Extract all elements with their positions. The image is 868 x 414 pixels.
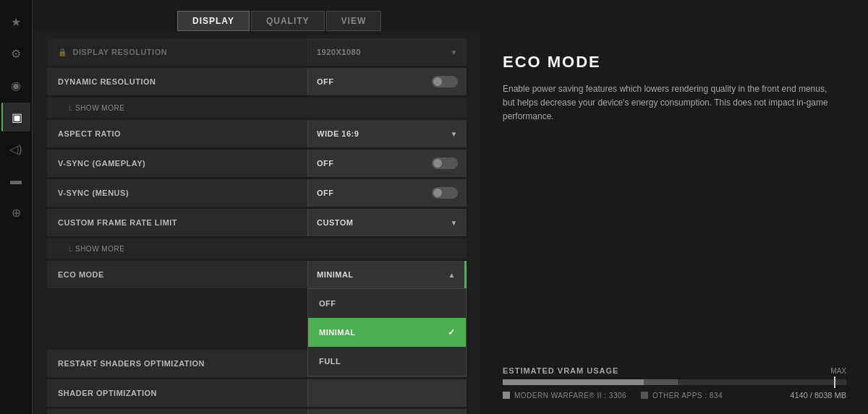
- main-content: DISPLAY QUALITY VIEW 🔒 DISPLAY RESOLUTIO…: [33, 0, 868, 414]
- dynamic-resolution-toggle[interactable]: [432, 76, 458, 87]
- eco-option-minimal[interactable]: MINIMAL ✓: [308, 318, 466, 347]
- vram-bar-other: [644, 379, 678, 385]
- eco-mode-label: ECO MODE: [47, 270, 307, 279]
- aspect-ratio-chevron: ▼: [451, 130, 458, 138]
- eco-mode-value[interactable]: MINIMAL ▲: [307, 261, 467, 288]
- display-resolution-label: 🔒 DISPLAY RESOLUTION: [47, 48, 307, 56]
- sidebar-item-favorites[interactable]: ★: [1, 7, 30, 36]
- vram-total: 4140 / 8038 MB: [790, 391, 846, 400]
- screen-icon: ▬: [10, 174, 22, 187]
- tab-bar: DISPLAY QUALITY VIEW: [33, 0, 868, 31]
- info-panel: ECO MODE Enable power saving features wh…: [481, 31, 868, 355]
- vsync-gameplay-value[interactable]: OFF: [307, 150, 467, 177]
- gear-icon: ⚙: [11, 47, 21, 61]
- sidebar: ★ ⚙ ◉ ▣ ◁) ▬ ⊕: [0, 0, 33, 414]
- eco-option-off[interactable]: OFF: [308, 289, 466, 318]
- show-more-1-row: SHOW MORE: [47, 98, 467, 118]
- dynamic-resolution-label: DYNAMIC RESOLUTION: [47, 77, 307, 86]
- show-more-2-label[interactable]: SHOW MORE: [69, 245, 124, 253]
- eco-option-full[interactable]: FULL: [308, 347, 466, 376]
- vram-header: ESTIMATED VRAM USAGE MAX: [503, 366, 846, 375]
- lock-icon: 🔒: [58, 48, 67, 56]
- tab-display[interactable]: DISPLAY: [177, 11, 250, 31]
- vsync-gameplay-row: V-SYNC (GAMEPLAY) OFF: [47, 150, 467, 177]
- custom-frame-rate-row: CUSTOM FRAME RATE LIMIT CUSTOM ▼: [47, 209, 467, 236]
- display-gamma-value[interactable]: [307, 409, 467, 414]
- sidebar-item-screen[interactable]: ▬: [1, 166, 30, 195]
- audio-icon: ◁): [9, 142, 22, 156]
- vram-bar: [503, 379, 846, 385]
- sidebar-item-network[interactable]: ⊕: [1, 198, 30, 227]
- dynamic-resolution-row: DYNAMIC RESOLUTION OFF: [47, 68, 467, 95]
- vsync-gameplay-label: V-SYNC (GAMEPLAY): [47, 159, 307, 168]
- checkmark-icon: ✓: [448, 327, 456, 337]
- vsync-menus-label: V-SYNC (MENUS): [47, 189, 307, 197]
- vsync-menus-toggle[interactable]: [432, 187, 458, 199]
- chevron-down-icon: ▼: [451, 48, 458, 56]
- info-description: Enable power saving features which lower…: [503, 82, 828, 124]
- dynamic-resolution-value[interactable]: OFF: [307, 68, 467, 95]
- custom-frame-rate-label: CUSTOM FRAME RATE LIMIT: [47, 218, 307, 227]
- vram-max-marker: [834, 376, 835, 388]
- aspect-ratio-value[interactable]: WIDE 16:9 ▼: [307, 120, 467, 147]
- sidebar-item-gamepad[interactable]: ◉: [1, 71, 30, 100]
- shader-optimization-value[interactable]: [307, 379, 467, 407]
- eco-mode-chevron-up: ▲: [448, 271, 456, 279]
- vram-bar-mw: [503, 379, 644, 385]
- aspect-ratio-row: ASPECT RATIO WIDE 16:9 ▼: [47, 120, 467, 147]
- eco-mode-dropdown: OFF MINIMAL ✓ FULL: [307, 288, 467, 376]
- content-area: 🔒 DISPLAY RESOLUTION 1920X1080 ▼ DYNAMIC…: [33, 31, 868, 414]
- display-resolution-value[interactable]: 1920X1080 ▼: [307, 38, 467, 66]
- vsync-gameplay-toggle[interactable]: [432, 158, 458, 169]
- shader-optimization-label: SHADER OPTIMIZATION: [47, 389, 307, 397]
- eco-mode-row: ECO MODE MINIMAL ▲ OFF MINIMAL ✓: [47, 261, 467, 288]
- show-more-1-label[interactable]: SHOW MORE: [69, 104, 124, 112]
- aspect-ratio-label: ASPECT RATIO: [47, 129, 307, 138]
- vram-mw-dot: [503, 392, 510, 399]
- vram-title: ESTIMATED VRAM USAGE: [503, 366, 618, 375]
- vram-other-label: OTHER APPS : 834: [652, 392, 723, 400]
- info-title: ECO MODE: [503, 53, 846, 72]
- shader-optimization-row: SHADER OPTIMIZATION: [47, 379, 467, 407]
- restart-shaders-label: RESTART SHADERS OPTIMIZATION: [47, 359, 307, 368]
- right-panel: ECO MODE Enable power saving features wh…: [481, 31, 868, 414]
- vram-legend: MODERN WARFARE® II : 3306 OTHER APPS : 8…: [503, 391, 846, 400]
- vram-section: ESTIMATED VRAM USAGE MAX MODERN WARFARE®…: [481, 355, 868, 414]
- vram-max-label: MAX: [830, 367, 846, 375]
- custom-frame-rate-chevron: ▼: [451, 219, 458, 227]
- network-icon: ⊕: [12, 206, 21, 220]
- display-icon: ▣: [12, 111, 22, 124]
- star-icon: ★: [11, 15, 21, 29]
- custom-frame-rate-value[interactable]: CUSTOM ▼: [307, 209, 467, 236]
- gamepad-icon: ◉: [11, 79, 21, 92]
- settings-panel: 🔒 DISPLAY RESOLUTION 1920X1080 ▼ DYNAMIC…: [33, 31, 481, 414]
- vram-mw-label: MODERN WARFARE® II : 3306: [514, 392, 626, 400]
- show-more-2-row: SHOW MORE: [47, 238, 467, 259]
- display-resolution-row: 🔒 DISPLAY RESOLUTION 1920X1080 ▼: [47, 38, 467, 66]
- display-gamma-row: DISPLAY GAMMA: [47, 409, 467, 414]
- vram-legend-other: OTHER APPS : 834: [641, 392, 723, 400]
- tab-quality[interactable]: QUALITY: [251, 11, 325, 31]
- vsync-menus-value[interactable]: OFF: [307, 179, 467, 207]
- vsync-menus-row: V-SYNC (MENUS) OFF: [47, 179, 467, 207]
- tab-view[interactable]: VIEW: [326, 11, 382, 31]
- vram-legend-mw: MODERN WARFARE® II : 3306: [503, 392, 626, 400]
- sidebar-item-display[interactable]: ▣: [1, 103, 30, 131]
- vram-other-dot: [641, 392, 648, 399]
- sidebar-item-audio[interactable]: ◁): [1, 134, 30, 163]
- sidebar-item-settings[interactable]: ⚙: [1, 39, 30, 68]
